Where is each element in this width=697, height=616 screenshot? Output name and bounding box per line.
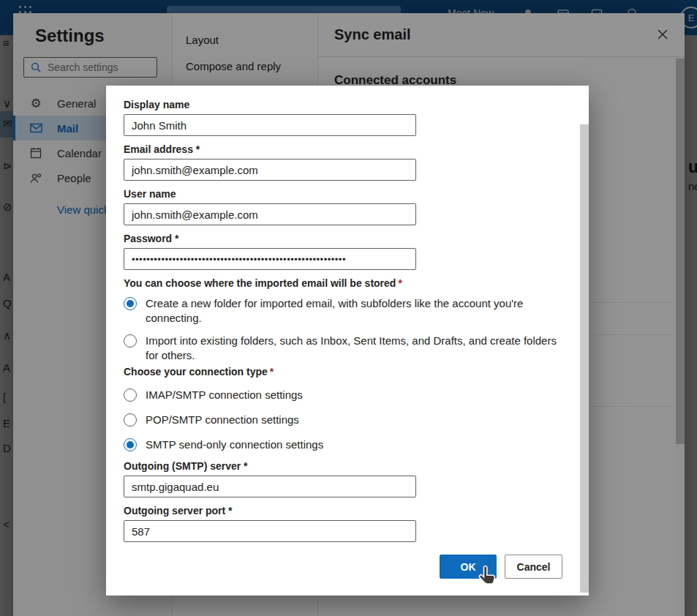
radio-unselected-icon: [124, 388, 137, 402]
radio-import-existing-folders[interactable]: Import into existing folders, such as In…: [124, 334, 562, 363]
radio-unselected-icon: [124, 413, 137, 427]
radio-selected-icon: [124, 438, 137, 451]
storage-question-label: You can choose where the imported email …: [124, 277, 562, 289]
cancel-button[interactable]: Cancel: [505, 555, 562, 579]
ok-button[interactable]: OK: [440, 555, 497, 579]
required-marker: *: [270, 366, 274, 378]
email-address-input[interactable]: [124, 159, 416, 181]
field-label: Password *: [124, 233, 562, 244]
radio-unselected-icon: [124, 334, 137, 348]
field-label: Display name: [124, 99, 562, 110]
radio-smtp-send-only[interactable]: SMTP send-only connection settings: [124, 437, 562, 452]
field-label: User name: [124, 188, 562, 200]
field-label: Outgoing (SMTP) server *: [124, 460, 562, 472]
connection-question-label: Choose your connection type*: [124, 366, 562, 378]
required-marker: *: [398, 277, 402, 289]
radio-imap-smtp[interactable]: IMAP/SMTP connection settings: [124, 388, 562, 402]
connect-account-modal: Display name Email address * User name P…: [106, 86, 589, 596]
modal-scrollbar-thumb[interactable]: [580, 124, 589, 593]
radio-create-new-folder[interactable]: Create a new folder for imported email, …: [124, 296, 562, 326]
modal-button-row: OK Cancel: [124, 555, 562, 579]
password-input[interactable]: [124, 248, 416, 270]
server-port-input[interactable]: [124, 520, 416, 542]
radio-selected-icon: [124, 297, 137, 310]
radio-pop-smtp[interactable]: POP/SMTP connection settings: [124, 413, 562, 427]
display-name-input[interactable]: [124, 114, 416, 136]
user-name-input[interactable]: [124, 203, 416, 225]
field-label: Email address *: [124, 143, 562, 155]
smtp-server-input[interactable]: [124, 476, 416, 497]
field-label: Outgoing server port *: [124, 505, 562, 517]
screen: Search Meet Now E ≡∨✉⊳⊘AQ∧A[ED< u ne Set…: [0, 0, 697, 616]
